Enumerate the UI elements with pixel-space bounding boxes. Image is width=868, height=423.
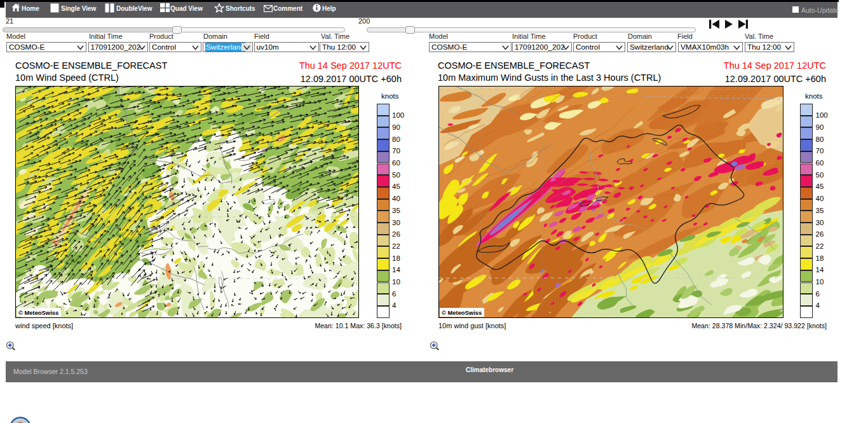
svg-text:© MeteoSwiss: © MeteoSwiss [18,309,58,316]
svg-text:© MeteoSwiss: © MeteoSwiss [442,309,482,316]
